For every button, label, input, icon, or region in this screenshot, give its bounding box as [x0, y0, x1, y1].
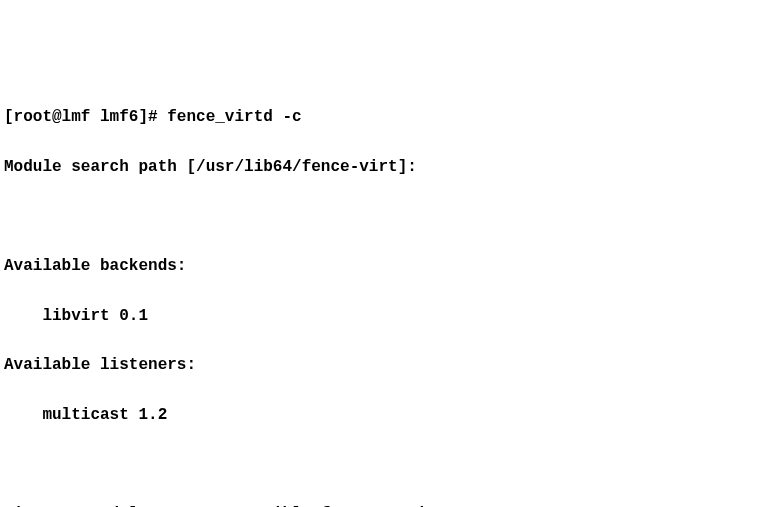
listener-multicast: multicast 1.2 [4, 403, 767, 428]
prompt-line: [root@lmf lmf6]# fence_virtd -c [4, 105, 767, 130]
backend-libvirt: libvirt 0.1 [4, 304, 767, 329]
blank-line [4, 452, 767, 477]
available-backends-header: Available backends: [4, 254, 767, 279]
available-listeners-header: Available listeners: [4, 353, 767, 378]
shell-prompt: [root@lmf lmf6]# [4, 108, 167, 126]
blank-line [4, 204, 767, 229]
command-input[interactable]: fence_virtd -c [167, 108, 301, 126]
module-search-path: Module search path [/usr/lib64/fence-vir… [4, 155, 767, 180]
listener-desc-1: Listener modules are responsible for acc… [4, 502, 767, 507]
